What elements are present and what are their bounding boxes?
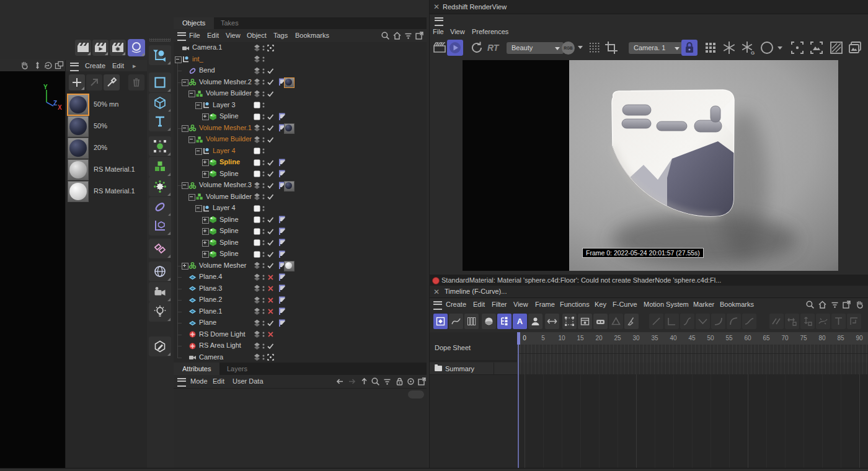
material-thumbnail[interactable]: [68, 181, 89, 202]
visibility-dots[interactable]: [262, 44, 265, 52]
back-arrow-icon[interactable]: [335, 377, 345, 386]
tl-menu-frame[interactable]: Frame: [535, 301, 555, 308]
tag-flag-icon[interactable]: [278, 216, 286, 224]
clean-button[interactable]: [624, 314, 639, 329]
object-label[interactable]: Spline: [219, 170, 239, 177]
layer-icon[interactable]: [253, 262, 261, 270]
object-row[interactable]: Spline: [174, 249, 427, 260]
object-row[interactable]: Layer 3: [174, 100, 427, 112]
om-menu-edit[interactable]: Edit: [207, 32, 219, 39]
bake-button[interactable]: [578, 314, 592, 329]
visibility-dots[interactable]: [262, 296, 265, 304]
volume-builder-button[interactable]: [149, 157, 171, 177]
enable-checkbox[interactable]: [253, 113, 261, 121]
active-camera-target-icon[interactable]: [267, 44, 275, 52]
tag-flag-icon[interactable]: [278, 296, 286, 304]
filter-icon[interactable]: [383, 377, 392, 386]
tl-menu-edit[interactable]: Edit: [473, 301, 485, 308]
enabled-check-icon[interactable]: [267, 342, 275, 350]
render-settings-button[interactable]: [110, 40, 126, 56]
refresh-button[interactable]: [469, 40, 485, 56]
home-icon[interactable]: [392, 31, 402, 40]
object-label[interactable]: Bend: [199, 66, 215, 74]
left-viewport[interactable]: Y Z X: [0, 59, 65, 468]
material-thumbnail[interactable]: [68, 138, 89, 159]
enabled-check-icon[interactable]: [267, 90, 275, 98]
ease-interp-button[interactable]: [680, 314, 694, 329]
enable-checkbox[interactable]: [253, 239, 261, 247]
expand-icon[interactable]: [182, 263, 188, 270]
rectangle-spline-button[interactable]: [149, 73, 171, 92]
object-row[interactable]: Spline: [174, 237, 427, 249]
om-menu-file[interactable]: File: [189, 32, 200, 39]
collapse-icon[interactable]: [182, 125, 188, 132]
lock-render-camera-button[interactable]: [681, 40, 698, 56]
layer-icon[interactable]: [253, 284, 261, 293]
object-row[interactable]: Camera.1: [174, 42, 427, 54]
up-arrow-icon[interactable]: [360, 377, 369, 386]
scurve-interp-button[interactable]: [742, 314, 756, 329]
layer-icon[interactable]: [253, 307, 261, 315]
layer-icon[interactable]: [253, 136, 261, 144]
layer-icon[interactable]: [253, 90, 261, 98]
object-row[interactable]: Camera: [174, 352, 427, 363]
enable-checkbox[interactable]: [253, 216, 261, 224]
delete-material-button[interactable]: [128, 74, 144, 90]
enabled-check-icon[interactable]: [267, 193, 275, 201]
om-menu-bookmarks[interactable]: Bookmarks: [295, 32, 329, 39]
bucket-grid-button[interactable]: [702, 40, 719, 56]
palette-grip[interactable]: [149, 38, 170, 42]
object-row[interactable]: Plane: [174, 317, 427, 329]
crop-button[interactable]: [603, 40, 619, 56]
xpresso-button[interactable]: [149, 239, 171, 258]
visibility-dots[interactable]: [262, 170, 265, 178]
assign-material-button[interactable]: [86, 74, 102, 90]
enabled-check-icon[interactable]: [267, 124, 275, 132]
material-tag[interactable]: [284, 181, 294, 191]
renderview-titlebar[interactable]: ✕ Redshift RenderView: [430, 0, 868, 14]
rv-menu-view[interactable]: View: [450, 28, 465, 35]
auto-tangents-button[interactable]: [816, 314, 830, 329]
search-icon[interactable]: [381, 31, 390, 40]
close-icon[interactable]: ✕: [433, 288, 440, 296]
show-spheres-button[interactable]: [482, 314, 496, 329]
object-label[interactable]: Volume Builder: [206, 193, 252, 200]
active-camera-target-icon[interactable]: [267, 353, 275, 361]
visibility-dots[interactable]: [262, 193, 265, 201]
freeze-g-button[interactable]: G: [740, 40, 756, 56]
enabled-check-icon[interactable]: [267, 136, 275, 144]
tab-layers[interactable]: Layers: [218, 363, 256, 375]
cappuccino-button[interactable]: [593, 314, 608, 329]
disabled-x-icon[interactable]: [267, 284, 275, 293]
material-item[interactable]: 20%: [68, 138, 146, 158]
viewport-rotate-icon[interactable]: [43, 61, 53, 70]
region-circle-button[interactable]: [759, 40, 775, 56]
object-label[interactable]: Spline: [219, 250, 239, 257]
hamburger-icon[interactable]: [433, 301, 442, 310]
object-label[interactable]: int_: [192, 55, 203, 63]
object-label[interactable]: Plane.2: [199, 296, 222, 303]
enable-checkbox[interactable]: [253, 101, 261, 109]
visibility-dots[interactable]: [262, 136, 265, 144]
hamburger-icon[interactable]: [70, 63, 79, 71]
search-icon[interactable]: [805, 300, 815, 309]
tag-flag-icon[interactable]: [278, 113, 286, 121]
search-icon[interactable]: [371, 377, 380, 386]
visibility-dots[interactable]: [262, 330, 265, 338]
light-button[interactable]: [149, 302, 171, 322]
spline-group-button[interactable]: [149, 136, 171, 156]
attr-menu-edit[interactable]: Edit: [213, 377, 224, 385]
layer-icon[interactable]: [253, 342, 261, 350]
object-row[interactable]: Spline: [174, 214, 427, 226]
collapse-icon[interactable]: [188, 90, 195, 97]
object-label[interactable]: Camera.1: [192, 43, 222, 51]
add-material-button[interactable]: [69, 74, 85, 90]
hand-icon[interactable]: [855, 300, 864, 309]
tl-menu-motion-system[interactable]: Motion System: [644, 301, 689, 308]
tag-flag-icon[interactable]: [278, 273, 286, 281]
tl-menu-view[interactable]: View: [513, 301, 528, 308]
rcurve-interp-button[interactable]: [727, 314, 741, 329]
menu-overflow-arrow-icon[interactable]: ▸: [133, 62, 136, 70]
visibility-dots[interactable]: [262, 262, 265, 270]
object-row[interactable]: Layer 4: [174, 203, 427, 214]
